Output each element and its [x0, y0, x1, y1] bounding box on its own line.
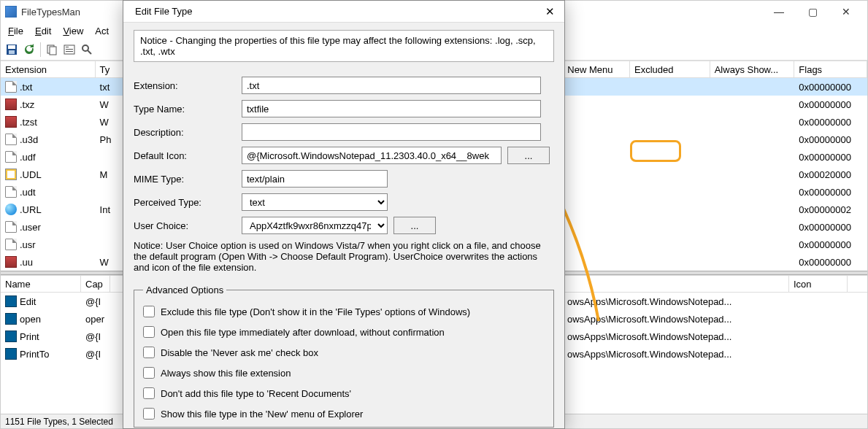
copy-icon[interactable] — [44, 42, 60, 58]
checkbox-input[interactable] — [143, 306, 155, 317]
close-button[interactable]: ✕ — [829, 1, 863, 23]
type-cell: txt — [96, 82, 125, 93]
maximize-button[interactable]: ▢ — [796, 1, 829, 23]
description-input[interactable] — [242, 123, 541, 141]
type-cell: M — [96, 169, 125, 180]
flags-cell: 0x00000000 — [794, 99, 867, 110]
action-cmd: owsApps\Microsoft.WindowsNotepad... — [563, 331, 789, 342]
menu-view[interactable]: View — [58, 26, 88, 36]
defaulticon-label: Default Icon: — [134, 150, 236, 161]
flags-cell: 0x00000000 — [794, 82, 867, 93]
dialog-notice: Notice - Changing the properties of this… — [134, 30, 554, 62]
filetype-icon — [5, 151, 17, 163]
hdr-excluded[interactable]: Excluded — [630, 61, 710, 77]
menu-act[interactable]: Act — [91, 26, 113, 36]
svg-rect-4 — [50, 47, 56, 55]
checkbox-input[interactable] — [143, 347, 155, 358]
userchoice-label: User Choice: — [134, 220, 236, 231]
hdr-cmd[interactable] — [563, 276, 789, 292]
userchoice-select[interactable]: AppX4ztfk9wxr86nxmzzq47px — [242, 217, 388, 234]
filetype-icon — [5, 186, 17, 198]
checkbox-input[interactable] — [143, 408, 155, 420]
ext-cell: .uu — [20, 257, 33, 268]
mimetype-label: MIME Type: — [134, 174, 236, 185]
flags-cell: 0x00000000 — [794, 222, 867, 233]
action-cmd: owsApps\Microsoft.WindowsNotepad... — [563, 296, 789, 307]
hdr-icon[interactable]: Icon — [789, 276, 848, 292]
type-cell: W — [96, 257, 125, 268]
checkbox-input[interactable] — [143, 387, 155, 399]
action-cap: oper — [81, 314, 110, 325]
advanced-checkbox-2[interactable]: Disable the 'Never ask me' check box — [143, 342, 545, 363]
filetype-icon — [5, 169, 17, 180]
perceivedtype-select[interactable]: text — [242, 193, 388, 211]
svg-rect-6 — [66, 47, 69, 47]
ext-cell: .u3d — [20, 134, 38, 145]
advanced-options-group: Advanced Options Exclude this file type … — [134, 285, 554, 428]
typename-input[interactable] — [242, 100, 541, 117]
properties-icon[interactable] — [61, 42, 77, 58]
defaulticon-browse-button[interactable]: ... — [507, 147, 550, 164]
filetype-icon — [5, 134, 17, 145]
defaulticon-input[interactable] — [242, 147, 502, 164]
type-cell: Ph — [96, 134, 125, 145]
ext-cell: .txt — [20, 82, 32, 93]
dialog-close-button[interactable]: ✕ — [535, 1, 564, 23]
svg-rect-7 — [66, 49, 73, 50]
filetype-icon — [5, 98, 17, 110]
save-icon[interactable] — [4, 42, 20, 58]
flags-cell: 0x00000000 — [794, 239, 867, 250]
extension-input[interactable] — [242, 77, 541, 94]
flags-cell: 0x00000000 — [794, 257, 867, 268]
svg-rect-2 — [9, 50, 15, 54]
hdr-extension[interactable]: Extension — [1, 61, 96, 77]
checkbox-label: Disable the 'Never ask me' check box — [161, 347, 318, 358]
hdr-always[interactable]: Always Show... — [710, 61, 795, 77]
filetype-icon — [5, 256, 17, 268]
mimetype-input[interactable] — [242, 170, 388, 188]
action-cap: @{I — [81, 349, 110, 360]
svg-line-10 — [88, 50, 91, 54]
dialog-title: Edit File Type — [135, 6, 193, 17]
checkbox-label: Open this file type immediately after do… — [161, 327, 445, 338]
action-cmd: owsApps\Microsoft.WindowsNotepad... — [563, 349, 789, 360]
svg-point-9 — [82, 45, 88, 51]
action-icon — [5, 331, 17, 342]
hdr-cap[interactable]: Cap — [81, 276, 110, 292]
find-icon[interactable] — [79, 42, 95, 58]
action-icon — [5, 295, 17, 307]
type-cell: W — [96, 99, 125, 110]
ext-cell: .udf — [20, 152, 36, 163]
hdr-type[interactable]: Ty — [96, 61, 125, 77]
advanced-checkbox-1[interactable]: Open this file type immediately after do… — [143, 322, 545, 342]
action-cap: @{I — [81, 331, 110, 342]
menu-edit[interactable]: Edit — [31, 26, 55, 36]
flags-cell: 0x00000000 — [794, 187, 867, 198]
refresh-icon[interactable] — [21, 42, 37, 58]
advanced-checkbox-3[interactable]: Always show this file extension — [143, 363, 545, 383]
action-icon — [5, 348, 17, 360]
hdr-flags[interactable]: Flags — [794, 61, 867, 77]
menu-file[interactable]: File — [4, 26, 28, 36]
minimize-button[interactable]: — — [762, 1, 796, 23]
flags-cell: 0x00000000 — [794, 117, 867, 128]
action-name: PrintTo — [20, 349, 49, 360]
hdr-newmenu[interactable]: New Menu — [563, 61, 630, 77]
checkbox-label: Show this file type in the 'New' menu of… — [161, 409, 363, 420]
action-cap: @{I — [81, 296, 110, 307]
action-name: Print — [20, 331, 39, 342]
checkbox-label: Don't add this file type to 'Recent Docu… — [161, 388, 351, 399]
userchoice-browse-button[interactable]: ... — [393, 217, 436, 234]
edit-filetype-dialog: Edit File Type ✕ Notice - Changing the p… — [123, 0, 565, 429]
ext-cell: .txz — [20, 99, 34, 110]
svg-rect-1 — [8, 45, 15, 49]
advanced-checkbox-5[interactable]: Show this file type in the 'New' menu of… — [143, 403, 545, 424]
advanced-checkbox-0[interactable]: Exclude this file type (Don't show it in… — [143, 301, 545, 322]
checkbox-input[interactable] — [143, 367, 155, 379]
ext-cell: .usr — [20, 239, 36, 250]
ext-cell: .URL — [20, 204, 42, 215]
hdr-name[interactable]: Name — [1, 276, 81, 292]
advanced-checkbox-4[interactable]: Don't add this file type to 'Recent Docu… — [143, 383, 545, 403]
action-name: open — [20, 314, 41, 325]
checkbox-input[interactable] — [143, 326, 155, 338]
